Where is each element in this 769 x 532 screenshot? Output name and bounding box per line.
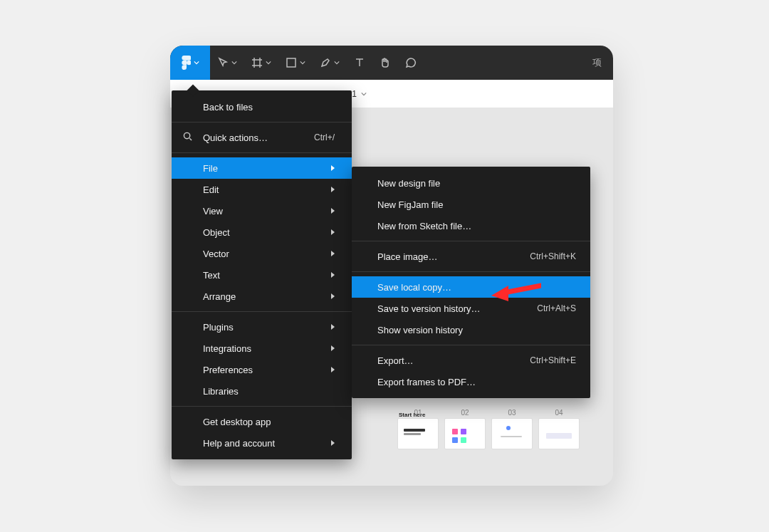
menu-item-label: Preferences bbox=[203, 365, 253, 375]
svg-point-0 bbox=[187, 61, 191, 66]
chevron-down-icon bbox=[194, 60, 199, 66]
thumbnail[interactable] bbox=[491, 418, 533, 449]
frame-tool[interactable] bbox=[244, 46, 278, 80]
menu-text[interactable]: Text bbox=[172, 264, 352, 286]
menu-separator bbox=[172, 311, 352, 312]
menu-item-label: Integrations bbox=[203, 343, 251, 354]
move-tool[interactable] bbox=[210, 46, 244, 80]
comment-tool[interactable] bbox=[398, 46, 424, 80]
thumbnail[interactable] bbox=[397, 418, 439, 449]
submenu-item-label: Save local copy… bbox=[377, 282, 451, 293]
thumb-number: 03 bbox=[508, 409, 516, 417]
submenu-arrow-icon bbox=[331, 187, 335, 192]
submenu-save-version-history[interactable]: Save to version history… Ctrl+Alt+S bbox=[352, 298, 590, 319]
chevron-down-icon bbox=[361, 91, 367, 97]
menu-item-label: Edit bbox=[203, 184, 219, 195]
toolbar: 项 bbox=[170, 46, 613, 80]
chevron-down-icon bbox=[231, 60, 237, 66]
menu-item-label: Object bbox=[203, 227, 230, 238]
submenu-item-label: Export… bbox=[377, 355, 414, 366]
menu-item-label: Vector bbox=[203, 249, 229, 259]
submenu-export-pdf[interactable]: Export frames to PDF… bbox=[352, 371, 590, 392]
menu-back-to-files[interactable]: Back to files bbox=[172, 96, 352, 118]
submenu-arrow-icon bbox=[331, 440, 335, 446]
page-label: 1 bbox=[352, 89, 357, 99]
submenu-item-label: New FigJam file bbox=[377, 199, 443, 210]
figma-menu-button[interactable] bbox=[170, 46, 210, 80]
submenu-arrow-icon bbox=[331, 208, 335, 214]
menu-item-label: Plugins bbox=[203, 322, 234, 333]
menu-item-label: Text bbox=[203, 270, 220, 281]
shape-tool[interactable] bbox=[278, 46, 313, 80]
submenu-item-label: Show version history bbox=[377, 325, 463, 335]
hand-tool[interactable] bbox=[372, 46, 398, 80]
menu-object[interactable]: Object bbox=[172, 221, 352, 243]
submenu-arrow-icon bbox=[331, 272, 335, 278]
menu-vector[interactable]: Vector bbox=[172, 243, 352, 264]
submenu-arrow-icon bbox=[331, 229, 335, 235]
menu-item-label: Help and account bbox=[203, 438, 275, 449]
thumbnail-strip: 01 02 03 04 bbox=[397, 409, 580, 449]
chevron-down-icon bbox=[334, 60, 340, 66]
thumb-number: 04 bbox=[555, 409, 563, 417]
svg-point-2 bbox=[184, 132, 189, 138]
submenu-new-sketch[interactable]: New from Sketch file… bbox=[352, 215, 590, 236]
menu-separator bbox=[172, 152, 352, 153]
menu-item-label: Get desktop app bbox=[203, 417, 271, 427]
submenu-save-local-copy[interactable]: Save local copy… bbox=[352, 276, 590, 298]
thumb-number: 01 bbox=[414, 409, 422, 417]
chevron-down-icon bbox=[300, 60, 305, 66]
menu-separator bbox=[352, 241, 590, 241]
submenu-shortcut: Ctrl+Shift+K bbox=[530, 251, 576, 261]
menu-libraries[interactable]: Libraries bbox=[172, 380, 352, 402]
menu-plugins[interactable]: Plugins bbox=[172, 316, 352, 338]
menu-item-label: Arrange bbox=[203, 291, 236, 302]
svg-rect-1 bbox=[287, 58, 295, 67]
menu-shortcut: Ctrl+/ bbox=[314, 132, 335, 142]
menu-separator bbox=[172, 122, 352, 122]
file-submenu: New design file New FigJam file New from… bbox=[352, 167, 590, 398]
page-selector[interactable]: 1 bbox=[352, 89, 367, 99]
toolbar-right-label[interactable]: 项 bbox=[592, 56, 605, 69]
submenu-shortcut: Ctrl+Alt+S bbox=[537, 303, 576, 313]
menu-item-label: Libraries bbox=[203, 386, 239, 397]
submenu-item-label: New from Sketch file… bbox=[377, 221, 471, 231]
menu-separator bbox=[172, 406, 352, 407]
submenu-arrow-icon bbox=[331, 293, 335, 299]
menu-item-label: Quick actions… bbox=[203, 132, 268, 143]
figma-logo-icon bbox=[181, 56, 191, 70]
menu-item-label: View bbox=[203, 206, 223, 217]
menu-integrations[interactable]: Integrations bbox=[172, 338, 352, 359]
submenu-item-label: Save to version history… bbox=[377, 303, 481, 314]
thumb-number: 02 bbox=[461, 409, 469, 417]
submenu-show-version-history[interactable]: Show version history bbox=[352, 319, 590, 340]
menu-view[interactable]: View bbox=[172, 200, 352, 221]
menu-separator bbox=[352, 345, 590, 345]
pen-tool[interactable] bbox=[313, 46, 347, 80]
submenu-arrow-icon bbox=[331, 165, 335, 171]
submenu-arrow-icon bbox=[331, 251, 335, 256]
thumbnail[interactable] bbox=[538, 418, 580, 449]
submenu-place-image[interactable]: Place image… Ctrl+Shift+K bbox=[352, 246, 590, 267]
submenu-new-figjam[interactable]: New FigJam file bbox=[352, 194, 590, 215]
menu-item-label: File bbox=[203, 163, 218, 174]
chevron-down-icon bbox=[266, 60, 271, 66]
submenu-item-label: Export frames to PDF… bbox=[377, 377, 476, 387]
submenu-arrow-icon bbox=[331, 345, 335, 351]
submenu-arrow-icon bbox=[331, 367, 335, 372]
text-tool[interactable] bbox=[347, 46, 372, 80]
thumbnail[interactable] bbox=[444, 418, 486, 449]
menu-arrange[interactable]: Arrange bbox=[172, 286, 352, 307]
submenu-export[interactable]: Export… Ctrl+Shift+E bbox=[352, 350, 590, 371]
submenu-new-design[interactable]: New design file bbox=[352, 172, 590, 194]
submenu-shortcut: Ctrl+Shift+E bbox=[530, 355, 576, 365]
menu-desktop-app[interactable]: Get desktop app bbox=[172, 411, 352, 432]
menu-edit[interactable]: Edit bbox=[172, 179, 352, 200]
menu-file[interactable]: File bbox=[172, 157, 352, 179]
menu-separator bbox=[352, 271, 590, 272]
menu-quick-actions[interactable]: Quick actions… Ctrl+/ bbox=[172, 127, 352, 148]
submenu-item-label: New design file bbox=[377, 178, 440, 189]
menu-help[interactable]: Help and account bbox=[172, 432, 352, 454]
submenu-arrow-icon bbox=[331, 324, 335, 330]
menu-preferences[interactable]: Preferences bbox=[172, 359, 352, 380]
